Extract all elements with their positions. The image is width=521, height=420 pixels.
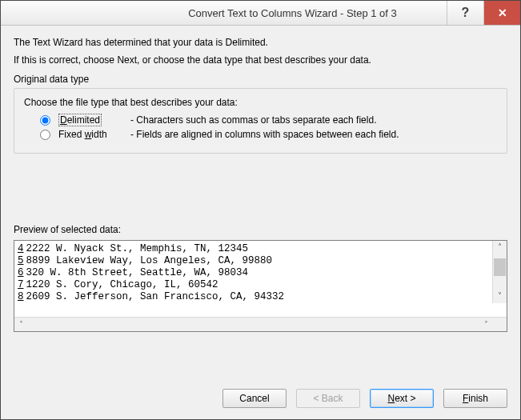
titlebar: Convert Text to Columns Wizard - Step 1 … [1,1,520,26]
finish-button[interactable]: Finish [443,389,507,408]
choose-label: Choose the file type that best describes… [24,97,497,108]
original-data-type-group: Choose the file type that best describes… [14,88,507,154]
line-number: 7 [18,279,24,291]
scroll-down-arrow-icon[interactable]: ˅ [493,290,507,303]
scroll-up-arrow-icon[interactable]: ˄ [493,241,507,254]
preview-line-numbers: 4 5 6 7 8 [18,243,26,317]
radio-delimited-desc: - Characters such as commas or tabs sepa… [130,114,376,126]
group-heading: Original data type [14,74,507,85]
back-button: < Back [296,389,360,408]
line-number: 6 [18,267,24,279]
radio-fixed-width-input[interactable] [40,130,50,140]
close-button[interactable]: ✕ [483,1,520,25]
radio-delimited-label: Delimited [58,114,119,126]
next-button[interactable]: Next > [370,389,434,408]
preview-content: 4 5 6 7 8 2222 W. Nyack St., Memphis, TN… [14,241,507,317]
titlebar-controls: ? ✕ [447,1,520,25]
scroll-left-arrow-icon[interactable]: ˂ [14,318,28,331]
window-title: Convert Text to Columns Wizard - Step 1 … [1,7,520,19]
intro-text-2: If this is correct, choose Next, or choo… [14,54,507,66]
preview-row: 2609 S. Jefferson, San Francisco, CA, 94… [26,291,285,303]
dialog-body: The Text Wizard has determined that your… [1,26,520,378]
wizard-window: Convert Text to Columns Wizard - Step 1 … [0,0,521,420]
scrollbar-corner [493,318,507,331]
preview-row: 8899 Lakeview Way, Los Angeles, CA, 9988… [26,255,285,267]
radio-delimited-input[interactable] [40,115,50,126]
preview-label: Preview of selected data: [14,224,507,235]
line-number: 4 [18,243,24,255]
radio-fixed-width-desc: - Fields are aligned in columns with spa… [130,129,399,140]
button-row: Cancel < Back Next > Finish [1,378,520,419]
horizontal-scrollbar[interactable]: ˂ ˃ [14,317,507,331]
scroll-thumb[interactable] [494,258,506,276]
preview-row: 2222 W. Nyack St., Memphis, TN, 12345 [26,243,285,255]
help-button[interactable]: ? [447,1,483,25]
scroll-right-arrow-icon[interactable]: ˃ [479,318,493,331]
vertical-scrollbar[interactable]: ˄ ˅ [492,241,507,303]
radio-fixed-width-label: Fixed width [58,129,119,140]
preview-row: 1220 S. Cory, Chicago, IL, 60542 [26,279,285,291]
radio-delimited[interactable]: Delimited - Characters such as commas or… [40,114,497,126]
preview-box: 4 5 6 7 8 2222 W. Nyack St., Memphis, TN… [14,240,507,332]
preview-line-texts: 2222 W. Nyack St., Memphis, TN, 12345 88… [26,243,285,317]
intro-text-1: The Text Wizard has determined that your… [14,37,507,48]
preview-row: 320 W. 8th Street, Seattle, WA, 98034 [26,267,285,279]
cancel-button[interactable]: Cancel [222,389,287,408]
line-number: 8 [18,291,24,303]
radio-fixed-width[interactable]: Fixed width - Fields are aligned in colu… [40,129,497,140]
line-number: 5 [18,255,24,267]
